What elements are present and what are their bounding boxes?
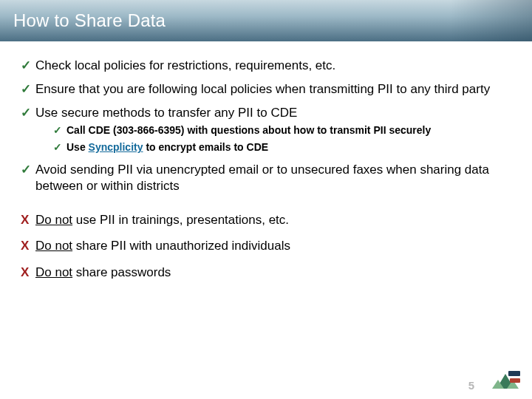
donot-item: X Do not share passwords bbox=[21, 265, 511, 281]
header-accent bbox=[451, 0, 532, 41]
slide: How to Share Data ✓ Check local policies… bbox=[0, 0, 532, 399]
co-logo-icon bbox=[489, 369, 522, 392]
checkmark-icon: ✓ bbox=[21, 105, 31, 121]
sub-bullet-item: ✓ Use Syncplicity to encrypt emails to C… bbox=[53, 140, 511, 154]
slide-header: How to Share Data bbox=[0, 0, 532, 41]
svg-rect-4 bbox=[510, 378, 520, 383]
checkmark-icon: ✓ bbox=[21, 58, 31, 74]
donot-text: Do not share PII with unauthorized indiv… bbox=[35, 239, 290, 253]
donot-item: X Do not use PII in trainings, presentat… bbox=[21, 212, 511, 228]
checkmark-icon: ✓ bbox=[53, 140, 62, 154]
svg-rect-3 bbox=[508, 371, 520, 376]
sub-bullet-text: Use Syncplicity to encrypt emails to CDE bbox=[66, 141, 268, 153]
sub-bullet-list: ✓ Call CDE (303-866-6395) with questions… bbox=[35, 123, 511, 154]
bullet-item: ✓ Use secure methods to transfer any PII… bbox=[21, 105, 511, 155]
bullet-text: Use secure methods to transfer any PII t… bbox=[35, 106, 297, 120]
page-number: 5 bbox=[468, 379, 474, 392]
slide-body: ✓ Check local policies for restrictions,… bbox=[0, 41, 532, 281]
checkmark-icon: ✓ bbox=[21, 162, 31, 178]
donot-item: X Do not share PII with unauthorized ind… bbox=[21, 238, 511, 254]
slide-title: How to Share Data bbox=[13, 10, 166, 31]
bullet-text: Ensure that you are following local poli… bbox=[35, 82, 490, 96]
slide-footer: 5 bbox=[468, 369, 522, 392]
bullet-item: ✓ Avoid sending PII via unencrypted emai… bbox=[21, 162, 511, 194]
checkmark-icon: ✓ bbox=[21, 81, 31, 98]
bullet-item: ✓ Ensure that you are following local po… bbox=[21, 81, 511, 98]
checkmark-icon: ✓ bbox=[53, 123, 62, 137]
x-icon: X bbox=[21, 265, 29, 281]
spacer bbox=[21, 202, 511, 212]
sub-bullet-text: Call CDE (303-866-6395) with questions a… bbox=[66, 124, 431, 136]
x-icon: X bbox=[21, 238, 29, 254]
syncplicity-link[interactable]: Syncplicity bbox=[89, 141, 143, 153]
bullet-text: Check local policies for restrictions, r… bbox=[35, 58, 335, 72]
x-icon: X bbox=[21, 212, 29, 228]
sub-bullet-item: ✓ Call CDE (303-866-6395) with questions… bbox=[53, 123, 511, 137]
bullet-text: Avoid sending PII via unencrypted email … bbox=[35, 163, 489, 193]
donot-text: Do not share passwords bbox=[35, 265, 171, 279]
bullet-item: ✓ Check local policies for restrictions,… bbox=[21, 58, 511, 74]
donot-text: Do not use PII in trainings, presentatio… bbox=[35, 213, 289, 227]
